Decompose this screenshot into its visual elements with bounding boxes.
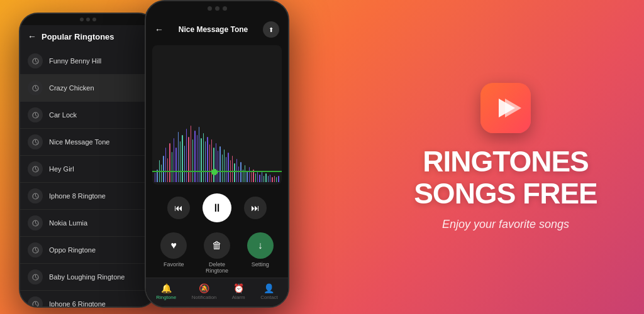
play-pause-button[interactable]: ⏸ — [203, 193, 231, 222]
cam-r3 — [223, 6, 227, 11]
waveform-bar — [161, 165, 162, 182]
waveform-bar — [238, 166, 239, 182]
share-button[interactable]: ⬆ — [263, 21, 279, 38]
ringtone-item[interactable]: Car Lock — [20, 102, 156, 129]
favorite-icon: ♥ — [160, 232, 187, 259]
ringtone-item[interactable]: Baby Loughing Ringtone — [20, 264, 156, 291]
camera-dot2 — [86, 18, 90, 21]
bell-icon — [31, 219, 40, 227]
ringtone-item-icon — [28, 161, 43, 176]
nav-item-alarm[interactable]: ⏰ Alarm — [232, 283, 245, 300]
waveform-bar — [165, 148, 166, 182]
ringtone-name: Oppo Ringtone — [49, 246, 96, 254]
ringtone-item[interactable]: Iphone 6 Ringtone — [20, 291, 156, 306]
ringtone-name: Car Lock — [49, 111, 77, 119]
waveform-bar — [192, 139, 193, 182]
nav-label: Contact — [260, 295, 278, 300]
waveform-bar — [228, 153, 228, 182]
waveform-bar — [270, 175, 270, 182]
waveform-bar — [186, 129, 187, 182]
camera-dot3 — [92, 18, 96, 21]
waveform-bar — [257, 171, 258, 182]
waveform-bar — [234, 163, 235, 182]
left-phone: ← Popular Ringtones Funny Benny Hill Cra… — [19, 13, 157, 308]
app-logo-svg — [490, 92, 521, 124]
waveform-bar — [276, 177, 277, 182]
favorite-action[interactable]: ♥ Favorite — [160, 232, 187, 274]
cam-r1 — [208, 6, 212, 11]
waveform-bar — [245, 165, 245, 182]
waveform-bar — [222, 154, 223, 182]
ringtone-item[interactable]: Iphone 8 Ringtone — [20, 183, 156, 210]
ringtone-name: Nice Message Tone — [49, 138, 109, 146]
player-header: ← Nice Message Tone ⬆ — [146, 15, 288, 41]
bell-icon — [31, 246, 40, 254]
waveform-display — [152, 45, 282, 185]
ringtone-name: Hey Girl — [49, 165, 74, 173]
ringtone-item[interactable]: Oppo Ringtone — [20, 237, 156, 264]
waveform-bar — [240, 162, 241, 182]
nav-label: Alarm — [232, 295, 245, 300]
svg-marker-15 — [505, 99, 521, 117]
favorite-label: Favorite — [164, 261, 184, 268]
ringtone-item[interactable]: Funny Benny Hill — [20, 48, 156, 75]
setting-action[interactable]: ↓ Setting — [247, 232, 274, 274]
setting-icon: ↓ — [247, 232, 274, 259]
title-line1: RINGTONES — [423, 145, 589, 178]
waveform-bar — [264, 176, 264, 182]
nav-item-ringtone[interactable]: 🔔 Ringtone — [156, 283, 176, 300]
waveform-bar — [226, 157, 226, 182]
delete-action[interactable]: 🗑 DeleteRingtone — [204, 232, 230, 274]
bell-icon — [31, 138, 40, 146]
waveform-bar — [167, 158, 168, 182]
nav-item-contact[interactable]: 👤 Contact — [260, 283, 278, 300]
ringtone-item[interactable]: Crazy Chicken — [20, 75, 156, 102]
ringtone-name: Crazy Chicken — [49, 84, 94, 92]
ringtone-item-icon — [28, 269, 43, 284]
next-button[interactable]: ⏭ — [244, 197, 267, 219]
left-screen: ← Popular Ringtones Funny Benny Hill Cra… — [20, 25, 156, 306]
waveform-bar — [251, 172, 252, 182]
waveform-bar — [255, 173, 256, 182]
ringtone-name: Funny Benny Hill — [49, 57, 101, 65]
ringtone-item-icon — [28, 80, 43, 95]
branding-section: RINGTONES SONGS FREE Enjoy your favorite… — [392, 83, 619, 231]
ringtone-name: Baby Loughing Ringtone — [49, 273, 125, 281]
waveform-bar — [194, 131, 195, 182]
nav-icon: ⏰ — [233, 283, 244, 293]
ringtone-item-icon — [28, 134, 43, 149]
back-icon-player[interactable]: ← — [155, 24, 164, 35]
camera-dot — [80, 18, 84, 21]
ringtone-item[interactable]: Nice Message Tone — [20, 129, 156, 156]
ringtone-item-icon — [28, 296, 43, 306]
ringtone-item[interactable]: Nokia Lumia — [20, 210, 156, 237]
prev-button[interactable]: ⏮ — [167, 197, 190, 219]
waveform-bar — [188, 137, 189, 182]
nav-icon: 🔕 — [199, 283, 209, 293]
ringtone-item[interactable]: Hey Girl — [20, 156, 156, 183]
nav-item-notification[interactable]: 🔕 Notification — [192, 283, 217, 300]
player-controls: ⏮ ⏸ ⏭ — [146, 188, 288, 227]
back-icon-left[interactable]: ← — [28, 31, 36, 41]
ringtone-item-icon — [28, 107, 43, 122]
delete-icon: 🗑 — [204, 232, 230, 259]
waveform-bar — [205, 141, 206, 182]
waveform-bar — [175, 148, 176, 182]
ringtone-list: Funny Benny Hill Crazy Chicken Car Lock … — [20, 48, 156, 306]
waveform-bar — [169, 143, 170, 182]
waveform-bar — [191, 126, 191, 182]
waveform-bar — [203, 133, 204, 182]
waveform-bar — [216, 143, 216, 182]
waveform-bar — [265, 173, 266, 182]
waveform-bar — [247, 171, 247, 182]
bell-icon — [31, 165, 40, 173]
ringtone-list-header: ← Popular Ringtones — [20, 25, 156, 48]
bottom-nav: 🔔 Ringtone 🔕 Notification ⏰ Alarm 👤 Cont… — [146, 278, 288, 306]
bell-icon — [31, 273, 40, 281]
ringtone-item-icon — [28, 53, 43, 68]
waveform-bar — [224, 149, 225, 182]
subtitle: Enjoy your favorite songs — [392, 218, 619, 231]
waveform-bar — [272, 177, 272, 182]
waveform-bar — [268, 176, 269, 182]
delete-label: DeleteRingtone — [206, 261, 228, 274]
